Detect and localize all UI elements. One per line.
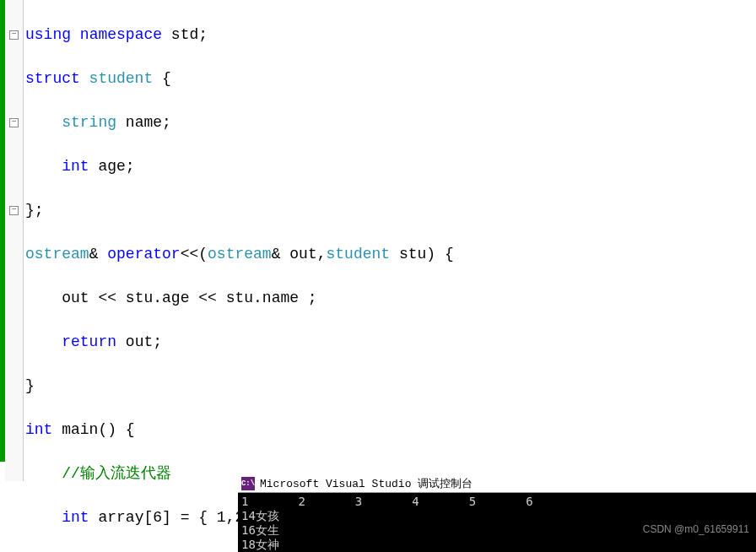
console-title-bar[interactable]: C:\ Microsoft Visual Studio 调试控制台 [238,474,756,493]
keyword: return [62,333,116,350]
debug-console-window: C:\ Microsoft Visual Studio 调试控制台 1 2 3 … [238,474,756,552]
identifier: out; [116,333,162,350]
fold-toggle-icon[interactable]: − [9,30,19,40]
watermark-text: CSDN @m0_61659911 [643,523,749,535]
fold-toggle-icon[interactable]: − [9,118,19,127]
keyword: struct [25,70,80,87]
keyword: using [25,26,71,43]
param: stu) { [390,246,454,262]
code-editor: − − − using namespace std; struct studen… [0,0,756,481]
keyword: namespace [80,26,162,43]
type-name: student [80,70,153,87]
brace: } [25,377,35,394]
keyword: int [62,509,89,526]
type-name: ostream [208,246,272,262]
output-row: 16女生 [241,523,279,537]
brace: }; [25,202,44,219]
console-title-text: Microsoft Visual Studio 调试控制台 [260,476,472,491]
paren: () { [98,421,134,438]
identifier: age; [89,158,135,175]
param: & out, [272,246,327,262]
vs-icon: C:\ [241,477,255,490]
type-name: string [62,114,116,131]
output-row: 1 2 3 4 5 6 [241,495,533,508]
output-row: 14女孩 [241,509,279,522]
type-name: student [327,246,391,262]
keyword: operator [107,246,180,262]
output-row: 18女神 [241,538,279,551]
comment: //输入流迭代器 [62,465,171,482]
keyword: int [62,158,89,175]
fold-toggle-icon[interactable]: − [9,206,19,215]
brace: { [153,70,171,87]
statement: out << stu.age << stu.name ; [62,290,316,306]
type-name: ostream [25,246,89,262]
identifier: name; [116,114,171,131]
code-text[interactable]: using namespace std; struct student { st… [24,0,756,481]
fold-gutter: − − − [5,0,24,481]
function-name: main [52,421,98,438]
operator: & [89,246,108,262]
keyword: int [25,421,52,438]
operator: <<( [181,246,208,262]
code-text: std; [162,26,208,43]
console-output[interactable]: 1 2 3 4 5 6 14女孩 16女生 18女神 [238,493,756,552]
